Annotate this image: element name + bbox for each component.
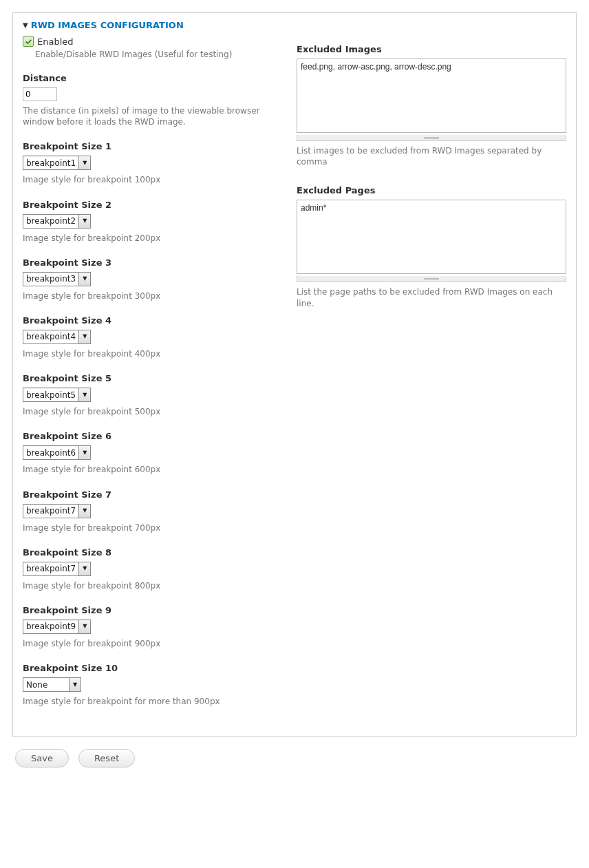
breakpoint-5-field: Breakpoint Size 5 breakpoint5 ▼ Image st… — [23, 373, 277, 417]
enabled-label: Enabled — [37, 36, 74, 47]
breakpoint-description: Image style for breakpoint 400px — [23, 348, 277, 359]
breakpoint-10-select[interactable]: None ▼ — [23, 677, 81, 692]
breakpoint-description: Image style for breakpoint 500px — [23, 406, 277, 417]
grip-icon — [424, 278, 439, 280]
breakpoint-description: Image style for breakpoint for more than… — [23, 696, 277, 707]
enabled-field: Enabled Enable/Disable RWD Images (Usefu… — [23, 36, 277, 59]
enabled-description: Enable/Disable RWD Images (Useful for te… — [35, 50, 277, 59]
breakpoint-label: Breakpoint Size 3 — [23, 257, 277, 268]
distance-label: Distance — [23, 73, 277, 83]
breakpoint-8-select[interactable]: breakpoint7 ▼ — [23, 562, 91, 576]
breakpoint-label: Breakpoint Size 5 — [23, 373, 277, 383]
breakpoint-description: Image style for breakpoint 300px — [23, 290, 277, 301]
distance-description: The distance (in pixels) of image to the… — [23, 105, 277, 127]
breakpoint-3-field: Breakpoint Size 3 breakpoint3 ▼ Image st… — [23, 257, 277, 301]
select-value: breakpoint7 — [26, 564, 78, 573]
breakpoint-description: Image style for breakpoint 200px — [23, 233, 277, 244]
breakpoint-label: Breakpoint Size 8 — [23, 547, 277, 558]
rwd-config-panel: ▼ RWD IMAGES CONFIGURATION Enabled Enabl… — [12, 12, 577, 737]
excluded-images-label: Excluded Images — [297, 44, 566, 54]
select-value: breakpoint9 — [26, 622, 78, 631]
breakpoint-9-field: Breakpoint Size 9 breakpoint9 ▼ Image st… — [23, 605, 277, 649]
chevron-down-icon: ▼ — [78, 388, 90, 401]
chevron-down-icon: ▼ — [78, 330, 90, 343]
breakpoint-2-field: Breakpoint Size 2 breakpoint2 ▼ Image st… — [23, 200, 277, 244]
breakpoint-3-select[interactable]: breakpoint3 ▼ — [23, 272, 91, 286]
chevron-down-icon: ▼ — [78, 505, 90, 518]
breakpoint-label: Breakpoint Size 9 — [23, 605, 277, 615]
breakpoint-2-select[interactable]: breakpoint2 ▼ — [23, 214, 91, 229]
chevron-down-icon: ▼ — [78, 562, 90, 575]
excluded-images-description: List images to be excluded from RWD Imag… — [297, 145, 566, 167]
breakpoint-7-field: Breakpoint Size 7 breakpoint7 ▼ Image st… — [23, 489, 277, 533]
breakpoint-1-field: Breakpoint Size 1 breakpoint1 ▼ Image st… — [23, 141, 277, 185]
check-icon — [25, 38, 32, 45]
textarea-resize-handle[interactable] — [297, 135, 566, 141]
breakpoint-9-select[interactable]: breakpoint9 ▼ — [23, 620, 91, 634]
breakpoint-4-field: Breakpoint Size 4 breakpoint4 ▼ Image st… — [23, 315, 277, 359]
select-value: breakpoint1 — [26, 159, 78, 167]
breakpoint-description: Image style for breakpoint 100px — [23, 174, 277, 185]
grip-icon — [424, 137, 439, 139]
breakpoint-1-select[interactable]: breakpoint1 ▼ — [23, 156, 91, 170]
form-actions: Save Reset — [15, 749, 589, 768]
breakpoint-label: Breakpoint Size 6 — [23, 431, 277, 441]
select-value: breakpoint3 — [26, 275, 78, 283]
breakpoint-6-field: Breakpoint Size 6 breakpoint6 ▼ Image st… — [23, 431, 277, 475]
breakpoint-description: Image style for breakpoint 800px — [23, 580, 277, 591]
breakpoint-description: Image style for breakpoint 600px — [23, 464, 277, 475]
excluded-images-field: Excluded Images List images to be exclud… — [297, 44, 566, 167]
breakpoint-description: Image style for breakpoint 900px — [23, 638, 277, 649]
chevron-down-icon: ▼ — [78, 273, 90, 286]
breakpoint-7-select[interactable]: breakpoint7 ▼ — [23, 504, 91, 518]
breakpoint-10-field: Breakpoint Size 10 None ▼ Image style fo… — [23, 663, 277, 707]
chevron-down-icon: ▼ — [69, 678, 81, 691]
panel-title: RWD IMAGES CONFIGURATION — [31, 20, 184, 30]
select-value: breakpoint6 — [26, 449, 78, 457]
select-value: breakpoint4 — [26, 332, 78, 341]
distance-field: Distance The distance (in pixels) of ima… — [23, 73, 277, 127]
chevron-down-icon: ▼ — [78, 620, 90, 633]
breakpoint-label: Breakpoint Size 7 — [23, 489, 277, 500]
chevron-down-icon: ▼ — [78, 215, 90, 228]
breakpoint-5-select[interactable]: breakpoint5 ▼ — [23, 388, 91, 402]
breakpoint-4-select[interactable]: breakpoint4 ▼ — [23, 330, 91, 344]
select-value: None — [26, 681, 69, 689]
collapse-toggle-icon[interactable]: ▼ — [23, 22, 28, 29]
enabled-checkbox[interactable] — [23, 36, 34, 47]
select-value: breakpoint7 — [26, 507, 78, 515]
excluded-pages-description: List the page paths to be excluded from … — [297, 286, 566, 308]
select-value: breakpoint2 — [26, 217, 78, 225]
panel-legend[interactable]: ▼ RWD IMAGES CONFIGURATION — [23, 20, 566, 30]
distance-input[interactable] — [23, 87, 57, 101]
select-value: breakpoint5 — [26, 391, 78, 399]
breakpoint-6-select[interactable]: breakpoint6 ▼ — [23, 445, 91, 460]
excluded-pages-field: Excluded Pages List the page paths to be… — [297, 185, 566, 308]
breakpoint-label: Breakpoint Size 4 — [23, 315, 277, 326]
chevron-down-icon: ▼ — [78, 156, 90, 169]
excluded-pages-textarea[interactable] — [297, 200, 566, 274]
breakpoint-label: Breakpoint Size 2 — [23, 200, 277, 210]
breakpoint-label: Breakpoint Size 1 — [23, 141, 277, 151]
breakpoint-description: Image style for breakpoint 700px — [23, 522, 277, 533]
chevron-down-icon: ▼ — [78, 446, 90, 459]
excluded-pages-label: Excluded Pages — [297, 185, 566, 195]
breakpoint-label: Breakpoint Size 10 — [23, 663, 277, 673]
breakpoint-8-field: Breakpoint Size 8 breakpoint7 ▼ Image st… — [23, 547, 277, 591]
save-button[interactable]: Save — [15, 749, 69, 768]
excluded-images-textarea[interactable] — [297, 59, 566, 133]
textarea-resize-handle[interactable] — [297, 276, 566, 282]
reset-button[interactable]: Reset — [78, 749, 135, 768]
